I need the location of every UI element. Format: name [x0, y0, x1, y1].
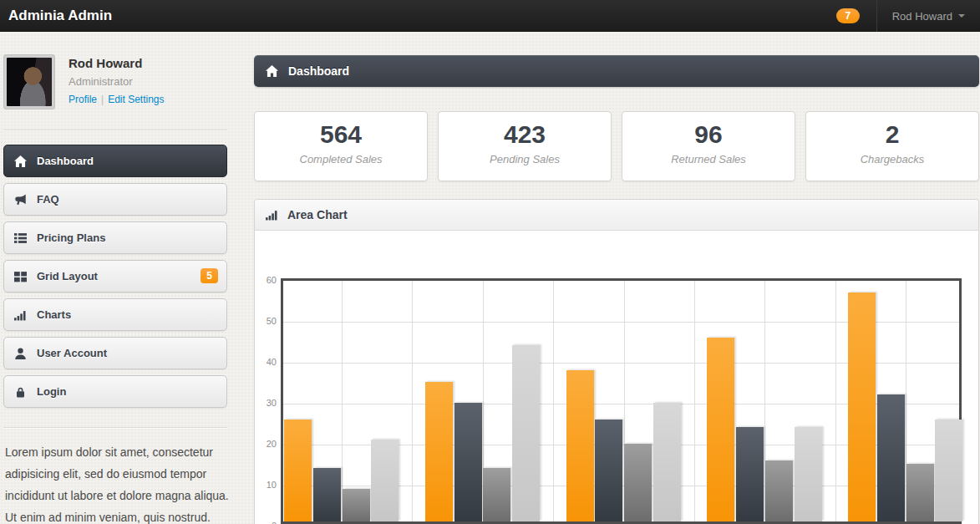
bar-orange	[284, 420, 312, 522]
sidebar-divider-bottom	[3, 427, 227, 428]
sidebar-description: Lorem ipsum dolor sit amet, consectetur …	[5, 441, 231, 524]
sidebar-item-label: Charts	[37, 308, 71, 321]
bar-dark-slate	[454, 403, 482, 521]
home-icon	[14, 155, 28, 167]
plot-area	[281, 278, 962, 524]
bar-dark-slate	[736, 427, 764, 521]
user-dropdown[interactable]: Rod Howard	[876, 0, 980, 32]
edit-settings-link[interactable]: Edit Settings	[108, 94, 164, 105]
sidebar-menu: DashboardFAQPricing PlansGrid Layout5Cha…	[3, 145, 227, 414]
chevron-down-icon	[958, 14, 965, 18]
bar-mid-gray	[624, 444, 652, 521]
stat-box: 96Returned Sales	[622, 111, 795, 181]
bar-orange	[566, 370, 594, 521]
sidebar-item-label: User Account	[37, 347, 107, 359]
lock-icon	[14, 386, 28, 398]
y-axis-tick: 20	[256, 439, 277, 449]
stat-label: Chargebacks	[806, 153, 978, 165]
sidebar-item-label: FAQ	[37, 193, 59, 206]
bar-light-gray	[653, 403, 681, 521]
sidebar-item-user-account[interactable]: User Account	[3, 337, 227, 369]
profile-name: Rod Howard	[69, 56, 165, 70]
bar-orange	[707, 338, 734, 522]
bar-chart-icon	[14, 309, 28, 321]
sidebar-item-charts[interactable]: Charts	[3, 298, 227, 331]
main-content: Dashboard 564Completed Sales423Pending S…	[254, 55, 979, 87]
y-axis-tick: 60	[256, 275, 277, 285]
bar-chart: 01020304050601.01.52.02.53.03.54.04.55.0	[255, 231, 978, 524]
stat-value: 564	[255, 120, 427, 149]
sidebar-item-dashboard[interactable]: Dashboard	[3, 145, 227, 177]
sidebar-item-pricing-plans[interactable]: Pricing Plans	[3, 221, 227, 254]
menu-badge: 5	[201, 268, 218, 283]
user-dropdown-label: Rod Howard	[892, 10, 952, 23]
profile-links: Profile|Edit Settings	[69, 94, 165, 105]
stat-value: 2	[806, 120, 978, 149]
profile-card: Rod Howard Administrator Profile|Edit Se…	[3, 50, 227, 125]
bar-mid-gray	[483, 468, 510, 521]
stat-box: 564Completed Sales	[254, 111, 428, 181]
bar-mid-gray	[765, 460, 793, 522]
sidebar-item-grid-layout[interactable]: Grid Layout5	[3, 260, 227, 293]
stat-value: 423	[439, 120, 611, 149]
bar-mid-gray	[343, 489, 370, 521]
app-brand: Adminia Admin	[0, 8, 112, 24]
avatar-photo	[7, 58, 52, 106]
page-title: Dashboard	[288, 64, 349, 78]
sidebar-item-label: Grid Layout	[37, 270, 98, 282]
navbar-right: 7 Rod Howard	[836, 0, 980, 32]
bar-orange	[425, 382, 453, 521]
home-icon	[266, 65, 278, 77]
avatar	[3, 54, 55, 109]
top-navbar: Adminia Admin 7 Rod Howard	[0, 0, 980, 32]
bar-light-gray	[371, 440, 399, 521]
stat-box: 423Pending Sales	[438, 111, 612, 181]
y-axis-tick: 40	[256, 357, 277, 367]
panel-header: Area Chart	[255, 200, 978, 231]
sidebar: Rod Howard Administrator Profile|Edit Se…	[3, 50, 227, 125]
y-axis-tick: 30	[256, 398, 277, 408]
stat-box: 2Chargebacks	[805, 111, 979, 181]
list-icon	[14, 232, 28, 244]
sidebar-item-faq[interactable]: FAQ	[3, 183, 227, 216]
sidebar-item-login[interactable]: Login	[3, 375, 227, 408]
sidebar-item-label: Pricing Plans	[37, 231, 105, 244]
bar-light-gray	[795, 427, 822, 521]
page-header: Dashboard	[254, 55, 979, 87]
bar-dark-slate	[313, 468, 341, 521]
profile-role: Administrator	[69, 75, 165, 88]
bar-mid-gray	[906, 464, 934, 521]
bar-light-gray	[935, 420, 962, 522]
stat-label: Returned Sales	[622, 153, 795, 165]
stat-label: Pending Sales	[439, 153, 611, 165]
sidebar-divider-top	[3, 130, 227, 130]
profile-link[interactable]: Profile	[69, 94, 97, 105]
stats-row: 564Completed Sales423Pending Sales96Retu…	[254, 111, 979, 181]
grid-icon	[14, 271, 28, 282]
user-icon	[14, 348, 28, 359]
y-axis-tick: 0	[256, 521, 277, 524]
sidebar-item-label: Dashboard	[37, 155, 94, 167]
bar-dark-slate	[595, 420, 622, 522]
bar-light-gray	[512, 345, 540, 521]
bar-chart-icon	[266, 209, 278, 221]
area-chart-panel: Area Chart 01020304050601.01.52.02.53.03…	[254, 199, 979, 524]
bar-dark-slate	[877, 394, 905, 521]
notification-badge[interactable]: 7	[836, 8, 860, 23]
y-axis-tick: 10	[256, 480, 277, 490]
stat-value: 96	[622, 120, 795, 149]
stat-label: Completed Sales	[255, 153, 427, 165]
panel-title: Area Chart	[287, 208, 348, 221]
sidebar-item-label: Login	[37, 385, 66, 398]
bar-orange	[848, 293, 876, 521]
y-axis-tick: 50	[256, 316, 277, 326]
bullhorn-icon	[14, 194, 28, 206]
